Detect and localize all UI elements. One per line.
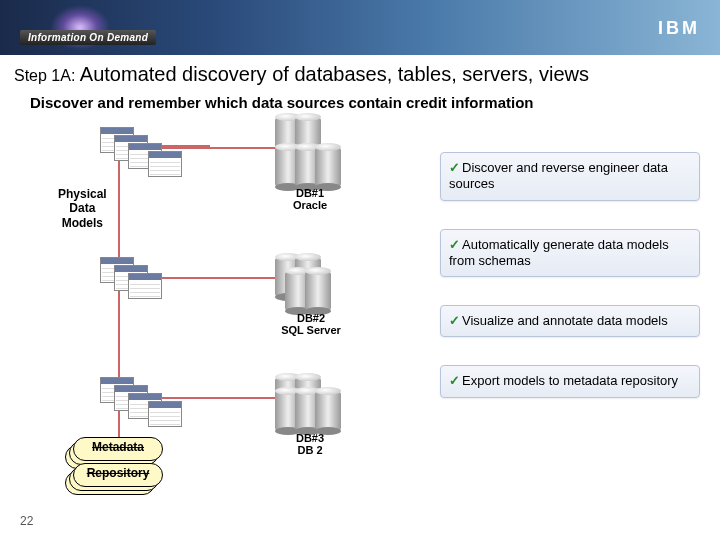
check-icon: ✓	[449, 313, 460, 328]
bullet-item: ✓Discover and reverse engineer data sour…	[440, 152, 700, 201]
slide-title: Step 1A: Automated discovery of database…	[0, 55, 720, 90]
db-label-db2: DB#3 DB 2	[285, 432, 335, 456]
connector	[160, 145, 210, 147]
diagram-area: Physical Data Models DB#1 Oracle DB#2 SQ…	[0, 117, 720, 537]
bullet-item: ✓Automatically generate data models from…	[440, 229, 700, 278]
bullet-item: ✓Export models to metadata repository	[440, 365, 700, 397]
db-label-sqlserver: DB#2 SQL Server	[272, 312, 350, 336]
repo-label-1: Metadata	[73, 440, 163, 454]
banner: Information On Demand IBM	[0, 0, 720, 55]
check-icon: ✓	[449, 373, 460, 388]
bullet-list: ✓Discover and reverse engineer data sour…	[440, 152, 700, 398]
banner-tag: Information On Demand	[20, 30, 156, 45]
title-text: Automated discovery of databases, tables…	[80, 63, 589, 85]
ibm-logo: IBM	[658, 18, 700, 39]
bullet-item: ✓Visualize and annotate data models	[440, 305, 700, 337]
check-icon: ✓	[449, 160, 460, 175]
step-label: Step 1A:	[14, 67, 75, 84]
page-number: 22	[20, 514, 33, 528]
pdm-label: Physical Data Models	[58, 187, 107, 230]
repo-label-2: Repository	[73, 466, 163, 480]
db-label-oracle: DB#1 Oracle	[280, 187, 340, 211]
slide-subtitle: Discover and remember which data sources…	[0, 90, 720, 117]
check-icon: ✓	[449, 237, 460, 252]
